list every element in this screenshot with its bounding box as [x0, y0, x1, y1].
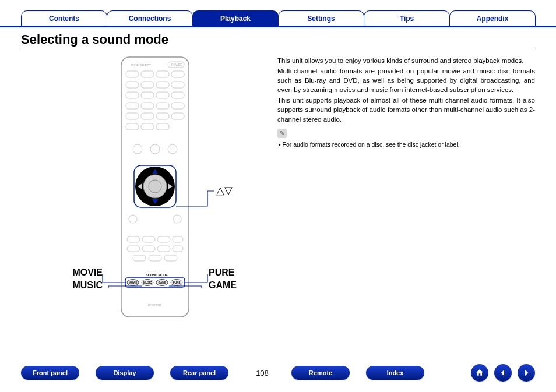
svg-text:MUSIC: MUSIC: [143, 281, 152, 284]
note-icon: ✎: [277, 129, 287, 138]
svg-text:POWER: POWER: [171, 63, 182, 66]
footer: Front panel Display Rear panel 108 Remot…: [0, 364, 556, 382]
note-bullet: • For audio formats recorded on a disc, …: [277, 140, 535, 149]
callout-music: MUSIC: [56, 280, 103, 291]
tab-contents[interactable]: Contents: [21, 10, 107, 26]
body-p2: Multi-channel audio formats are provided…: [277, 66, 535, 94]
footer-index[interactable]: Index: [366, 366, 424, 380]
top-tabs: Contents Connections Playback Settings T…: [0, 0, 556, 27]
footer-remote[interactable]: Remote: [291, 366, 350, 380]
remote-zone-select-label: ZONE SELECT: [131, 63, 151, 67]
arrow-left-icon: [498, 368, 508, 377]
remote-diagram: ZONE SELECT POWER: [21, 56, 277, 336]
svg-text:RC022SR: RC022SR: [148, 303, 161, 307]
tab-appendix[interactable]: Appendix: [449, 10, 536, 26]
arrow-right-icon: [522, 368, 531, 377]
svg-point-32: [149, 180, 161, 193]
footer-display[interactable]: Display: [96, 366, 154, 380]
body-p3: This unit supports playback of almost al…: [277, 96, 535, 123]
prev-button[interactable]: [494, 364, 512, 382]
svg-text:PURE: PURE: [173, 281, 181, 284]
tab-playback[interactable]: Playback: [192, 10, 279, 26]
page-number: 108: [245, 369, 280, 377]
callout-game: GAME: [209, 280, 237, 291]
tab-tips[interactable]: Tips: [364, 10, 450, 26]
home-icon: [475, 368, 484, 377]
svg-text:MOVIE: MOVIE: [129, 281, 138, 284]
tab-connections[interactable]: Connections: [107, 10, 193, 26]
home-button[interactable]: [471, 364, 488, 382]
next-button[interactable]: [518, 364, 535, 382]
callout-updown: △▽: [216, 184, 233, 197]
svg-text:GAME: GAME: [159, 281, 167, 284]
tab-settings[interactable]: Settings: [278, 10, 364, 26]
page-title: Selecting a sound mode: [21, 27, 535, 50]
footer-front-panel[interactable]: Front panel: [21, 366, 79, 380]
body-p1: This unit allows you to enjoy various ki…: [277, 56, 535, 65]
callout-pure: PURE: [209, 267, 234, 278]
svg-text:SOUND MODE: SOUND MODE: [146, 273, 168, 277]
footer-rear-panel[interactable]: Rear panel: [170, 366, 228, 380]
callout-movie: MOVIE: [56, 267, 103, 278]
